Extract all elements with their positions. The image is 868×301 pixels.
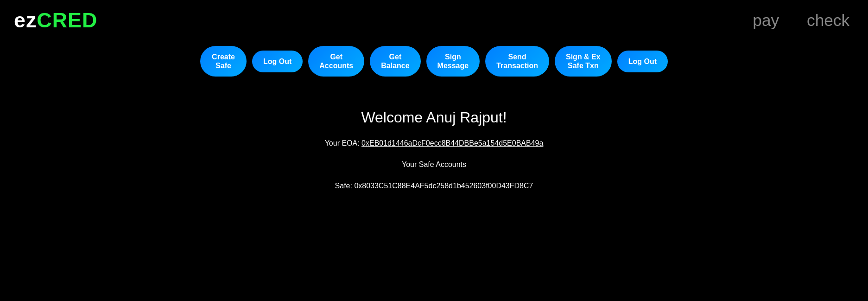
- nav-check-link[interactable]: check: [807, 11, 849, 30]
- log-out-button-2[interactable]: Log Out: [617, 51, 668, 72]
- eoa-section: Your EOA: 0xEB01d1446aDcF0ecc8B44DBBe5a1…: [325, 139, 544, 147]
- create-safe-button[interactable]: CreateSafe: [200, 46, 247, 77]
- logo-cred: CRED: [37, 8, 97, 32]
- safe-label: Safe:: [335, 182, 355, 190]
- sign-ex-safe-txn-button[interactable]: Sign & ExSafe Txn: [555, 46, 612, 77]
- safe-address-link[interactable]: 0x8033C51C88E4AF5dc258d1b452603f00D43FD8…: [354, 182, 533, 190]
- send-transaction-button[interactable]: SendTransaction: [485, 46, 549, 77]
- nav-pay-link[interactable]: pay: [753, 11, 779, 30]
- log-out-button-1[interactable]: Log Out: [252, 51, 303, 72]
- sign-message-button[interactable]: SignMessage: [426, 46, 480, 77]
- logo: ezCRED: [14, 8, 97, 32]
- header: ezCRED pay check: [0, 0, 868, 37]
- get-balance-button[interactable]: GetBalance: [370, 46, 420, 77]
- safe-accounts-title: Your Safe Accounts: [402, 160, 466, 169]
- get-accounts-button[interactable]: GetAccounts: [308, 46, 364, 77]
- welcome-title: Welcome Anuj Rajput!: [361, 109, 507, 126]
- nav-bar: CreateSafe Log Out GetAccounts GetBalanc…: [0, 37, 868, 90]
- eoa-address-link[interactable]: 0xEB01d1446aDcF0ecc8B44DBBe5a154d5E0BAB4…: [361, 139, 543, 147]
- main-content: Welcome Anuj Rajput! Your EOA: 0xEB01d14…: [0, 90, 868, 199]
- header-nav: pay check: [753, 11, 849, 30]
- eoa-label: Your EOA:: [325, 139, 361, 147]
- safe-section: Safe: 0x8033C51C88E4AF5dc258d1b452603f00…: [335, 182, 533, 190]
- logo-ez: ez: [14, 8, 37, 32]
